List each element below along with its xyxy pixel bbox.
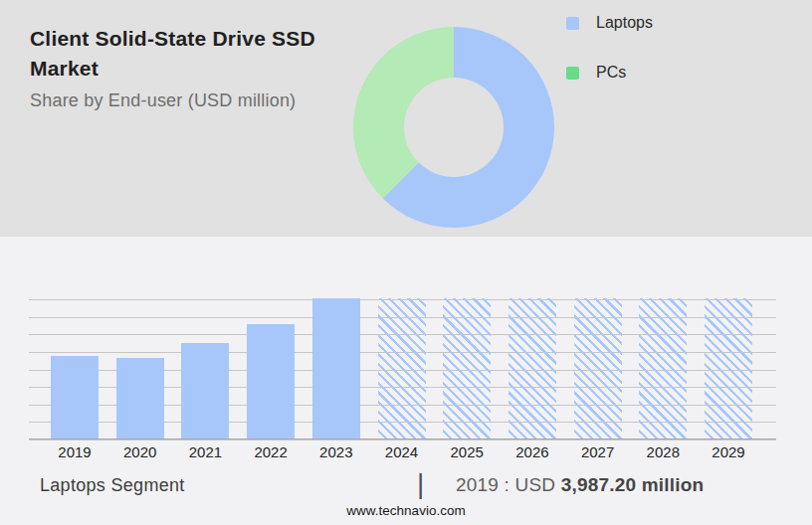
x-axis-label-2029: 2029	[711, 443, 744, 460]
forecast-bar-2029	[705, 298, 752, 438]
forecast-bar-2024	[378, 298, 426, 438]
donut-legend: LaptopsPCs	[566, 13, 653, 112]
bar-2023	[312, 298, 360, 438]
donut-chart	[353, 27, 554, 228]
page-title: Client Solid-State Drive SSD Market	[30, 24, 358, 84]
gridline	[29, 439, 776, 440]
x-axis-label-2023: 2023	[319, 443, 352, 460]
page-subtitle: Share by End-user (USD million)	[30, 90, 358, 111]
bar-2021	[181, 343, 229, 438]
bar-2022	[247, 324, 295, 438]
x-axis-label-2027: 2027	[581, 443, 614, 460]
forecast-bar-2025	[443, 298, 491, 438]
forecast-bar-2026	[508, 298, 556, 438]
value-annotation: 2019 : USD 3,987.20 million	[456, 474, 704, 496]
chart-section: 2019202020212022202320242025202620272028…	[0, 237, 812, 525]
x-axis-label-2022: 2022	[254, 443, 287, 460]
footer-url: www.technavio.com	[0, 503, 812, 518]
value-prefix: 2019 : USD	[456, 474, 561, 495]
x-axis-label-2024: 2024	[385, 443, 418, 460]
title-block: Client Solid-State Drive SSD Market Shar…	[30, 24, 358, 111]
x-axis-label-2025: 2025	[451, 443, 484, 460]
value-bold: 3,987.20 million	[561, 474, 705, 495]
legend-swatch-icon	[566, 67, 579, 80]
bar-2019	[51, 356, 99, 438]
segment-label: Laptops Segment	[40, 475, 185, 496]
x-axis-label-2026: 2026	[515, 443, 548, 460]
infographic-page: Client Solid-State Drive SSD Market Shar…	[0, 0, 812, 525]
x-axis-label-2028: 2028	[647, 443, 680, 460]
legend-item-pcs: PCs	[566, 63, 653, 83]
header-section: Client Solid-State Drive SSD Market Shar…	[0, 0, 812, 237]
legend-swatch-icon	[566, 17, 579, 30]
x-axis-label-2019: 2019	[58, 443, 91, 460]
legend-label: PCs	[596, 64, 626, 82]
bar-plot: 2019202020212022202320242025202620272028…	[29, 299, 776, 439]
x-axis-label-2021: 2021	[189, 443, 222, 460]
legend-label: Laptops	[596, 14, 653, 32]
caption-divider: |	[417, 468, 424, 500]
forecast-bar-2027	[574, 298, 622, 438]
donut-hole	[404, 78, 504, 177]
forecast-bar-2028	[639, 298, 687, 438]
legend-item-laptops: Laptops	[566, 13, 653, 33]
x-axis-label-2020: 2020	[123, 443, 156, 460]
bar-2020	[116, 358, 164, 438]
